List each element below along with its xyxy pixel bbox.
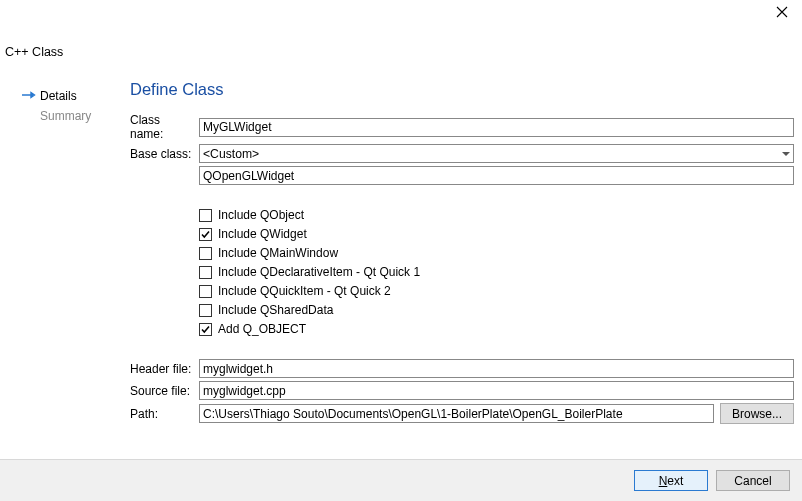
checkbox-box (199, 323, 212, 336)
checkbox-label: Include QQuickItem - Qt Quick 2 (218, 284, 391, 298)
page-heading: Define Class (130, 80, 794, 99)
base-class-custom-input[interactable] (199, 166, 794, 185)
checkbox-include-qquickitem-qt-quick-2[interactable]: Include QQuickItem - Qt Quick 2 (199, 284, 794, 298)
checkbox-box (199, 228, 212, 241)
path-label: Path: (130, 407, 199, 421)
checkbox-box (199, 285, 212, 298)
checkbox-label: Add Q_OBJECT (218, 322, 306, 336)
next-button-rest: ext (667, 474, 683, 488)
checkbox-box (199, 304, 212, 317)
base-class-selected-value: <Custom> (203, 147, 259, 161)
class-name-input[interactable] (199, 118, 794, 137)
checkbox-group: Include QObjectInclude QWidgetInclude QM… (199, 205, 794, 339)
close-icon[interactable] (776, 5, 788, 21)
path-input[interactable] (199, 404, 714, 423)
sidebar-item-summary: Summary (40, 106, 130, 126)
sidebar-item-details[interactable]: Details (22, 86, 130, 106)
header-file-input[interactable] (199, 359, 794, 378)
class-name-label: Class name: (130, 113, 199, 141)
checkbox-label: Include QMainWindow (218, 246, 338, 260)
content-area: Details Summary Define Class Class name:… (0, 80, 802, 459)
checkbox-box (199, 247, 212, 260)
cancel-button[interactable]: Cancel (716, 470, 790, 491)
sidebar-item-label: Summary (40, 109, 91, 123)
base-class-label: Base class: (130, 147, 199, 161)
base-class-select[interactable]: <Custom> (199, 144, 794, 163)
checkbox-include-qmainwindow[interactable]: Include QMainWindow (199, 246, 794, 260)
checkbox-include-qshareddata[interactable]: Include QSharedData (199, 303, 794, 317)
arrow-right-icon (22, 89, 36, 103)
form: Class name: Base class: <Custom> (130, 113, 794, 424)
checkbox-add-q-object[interactable]: Add Q_OBJECT (199, 322, 794, 336)
checkbox-label: Include QSharedData (218, 303, 333, 317)
checkbox-label: Include QWidget (218, 227, 307, 241)
checkbox-label: Include QDeclarativeItem - Qt Quick 1 (218, 265, 420, 279)
header-file-label: Header file: (130, 362, 199, 376)
source-file-label: Source file: (130, 384, 199, 398)
wizard-window: C++ Class Details Summary Define Class C… (0, 0, 802, 501)
window-title: C++ Class (5, 45, 63, 59)
checkbox-include-qobject[interactable]: Include QObject (199, 208, 794, 222)
checkbox-label: Include QObject (218, 208, 304, 222)
sidebar-item-label: Details (40, 89, 77, 103)
checkbox-box (199, 266, 212, 279)
browse-button[interactable]: Browse... (720, 403, 794, 424)
source-file-input[interactable] (199, 381, 794, 400)
next-button[interactable]: Next (634, 470, 708, 491)
checkbox-include-qwidget[interactable]: Include QWidget (199, 227, 794, 241)
checkbox-include-qdeclarativeitem-qt-quick-1[interactable]: Include QDeclarativeItem - Qt Quick 1 (199, 265, 794, 279)
footer: Next Cancel (0, 459, 802, 501)
sidebar: Details Summary (0, 80, 130, 459)
checkbox-box (199, 209, 212, 222)
chevron-down-icon (782, 152, 790, 156)
main-panel: Define Class Class name: Base class: <Cu… (130, 80, 802, 459)
